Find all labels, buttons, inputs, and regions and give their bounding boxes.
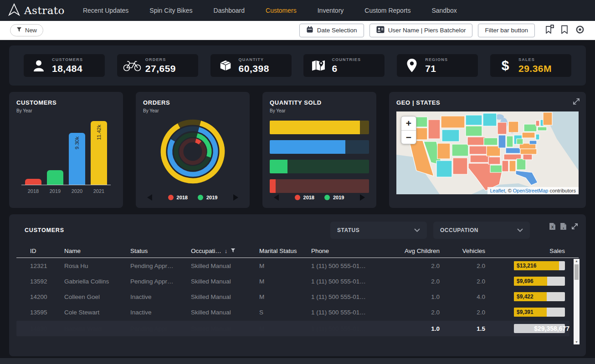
column-header-phone[interactable]: Phone — [311, 248, 392, 254]
column-header-id[interactable]: ID — [16, 248, 64, 254]
scroll-thumb[interactable] — [574, 264, 579, 280]
legend-next-button[interactable] — [233, 194, 238, 201]
bar-2019[interactable] — [47, 170, 63, 185]
quantity-bar-2019[interactable] — [270, 160, 369, 173]
column-header-status[interactable]: Status — [130, 248, 191, 254]
cell-name: Rosa Hu — [64, 263, 130, 269]
cell-id: 12321 — [16, 263, 64, 269]
kpi-customers[interactable]: CUSTOMERS 18,484 — [24, 54, 105, 77]
bookmark-add-icon[interactable] — [545, 25, 554, 36]
quantity-bar-2018[interactable] — [270, 179, 369, 193]
status-filter-dropdown[interactable]: STATUS — [330, 222, 427, 239]
bookmark-icon[interactable] — [561, 25, 568, 36]
kpi-regions[interactable]: REGIONS 71 — [397, 54, 478, 77]
table-row[interactable]: 13595Cole StewartInactiveSkilled ManualS… — [16, 304, 569, 320]
scroll-up-arrow[interactable]: ▲ — [575, 259, 578, 263]
leaflet-map[interactable]: + − Leaflet, © OpenStreetMap contributor… — [396, 111, 579, 194]
quantity-bar-fill-2018 — [270, 179, 276, 193]
nav-item-recent-updates[interactable]: Recent Updates — [83, 7, 128, 14]
expand-icon[interactable] — [571, 222, 579, 232]
bar-2020[interactable]: 9.30k — [69, 133, 85, 185]
bottom-strip — [0, 358, 595, 364]
expand-icon[interactable] — [572, 97, 580, 107]
cell-id: 13595 — [16, 309, 64, 316]
chart-subtitle: By Year — [143, 108, 242, 113]
status-filter-label: STATUS — [337, 227, 359, 233]
eye-icon[interactable] — [575, 25, 585, 36]
x-axis-label: 2019 — [47, 188, 63, 194]
legend-next-button[interactable] — [360, 194, 365, 201]
column-header-vehicles[interactable]: Vehicles — [444, 248, 490, 254]
x-axis-label: 2020 — [69, 188, 85, 194]
new-filter-button[interactable]: New — [10, 24, 43, 36]
package-icon — [212, 59, 239, 72]
geo-map-panel: GEO | STATES — [389, 92, 586, 208]
attribution-text: , © — [505, 188, 513, 193]
legend-label: 2019 — [333, 195, 344, 200]
quantity-bar-2021[interactable] — [270, 121, 369, 134]
orders-donut-chart[interactable] — [158, 117, 227, 186]
legend-item-2019[interactable]: 2019 — [198, 195, 217, 200]
kpi-quantity[interactable]: QUANTITY 60,398 — [210, 54, 292, 77]
column-header-avg-children[interactable]: Avg Children — [392, 248, 444, 254]
brand-logo[interactable]: Astrato — [8, 3, 65, 18]
cell-status: Inactive — [130, 309, 191, 316]
occupation-filter-dropdown[interactable]: OCCUPATION — [433, 222, 530, 239]
kpi-sales[interactable]: $ SALES 29.36M — [490, 54, 571, 77]
column-header-occupati[interactable]: Occupati…↓ — [191, 248, 259, 254]
column-header-sales[interactable]: Sales — [490, 248, 569, 254]
sales-data-bar: $9,391 — [514, 308, 565, 317]
kpi-value: 6 — [332, 63, 361, 74]
excel-export-icon[interactable]: X — [549, 222, 556, 232]
table-scrollbar[interactable]: ▲ ▼ — [574, 259, 580, 344]
us-states-choropleth — [396, 111, 579, 194]
date-selection-button[interactable]: Date Selection — [299, 24, 364, 37]
table-row[interactable]: 12321Rosa HuPending Appr…Skilled ManualM… — [16, 258, 569, 273]
cell-phone: 1 (11) 500 555-01… — [311, 309, 392, 316]
quantity-bar-2020[interactable] — [270, 140, 369, 154]
nav-item-dashboard[interactable]: Dashboard — [214, 7, 245, 14]
filter-bar-button[interactable]: Filter bar button — [478, 24, 535, 37]
ring-2019[interactable] — [172, 131, 213, 172]
user-button[interactable]: User Name | Piers Batchelor — [369, 24, 473, 37]
column-header-marital-status[interactable]: Marital Status — [259, 248, 311, 254]
occupation-filter-label: OCCUPATION — [440, 227, 478, 233]
sales-bar-fill: $9,422 — [514, 292, 547, 301]
legend-prev-button[interactable] — [274, 194, 279, 201]
column-header-name[interactable]: Name — [64, 248, 130, 254]
new-filter-label: New — [25, 27, 37, 34]
sales-value: $13,216 — [517, 263, 536, 269]
scroll-down-arrow[interactable]: ▼ — [575, 340, 578, 344]
kpi-countries[interactable]: COUNTRIES 6 — [303, 54, 385, 77]
leaflet-link[interactable]: Leaflet — [490, 188, 505, 193]
csv-export-icon[interactable]: , — [560, 222, 567, 232]
legend-item-2018[interactable]: 2018 — [295, 195, 314, 200]
cell-occupation: Skilled Manual — [191, 263, 259, 269]
customers-table-panel: CUSTOMERS STATUS OCCUPATION X , — [9, 214, 586, 356]
osm-link[interactable]: OpenStreetMap — [513, 188, 549, 193]
chart-subtitle: By Year — [16, 108, 116, 113]
filter-bar-label: Filter bar button — [485, 27, 528, 34]
kpi-label: COUNTRIES — [332, 57, 361, 62]
zoom-out-button[interactable]: − — [401, 130, 416, 144]
column-filter-icon[interactable] — [231, 248, 236, 254]
filter-toolbar: New Date Selection User Name | Piers Bat… — [0, 21, 595, 40]
table-row[interactable]: 13592Gabriella CollinsPending Appr…Skill… — [16, 273, 569, 289]
bar-2021[interactable]: 11.42k — [91, 121, 107, 185]
zoom-in-button[interactable]: + — [401, 116, 416, 130]
nav-item-inventory[interactable]: Inventory — [318, 7, 344, 14]
nav-item-spin-city-bikes[interactable]: Spin City Bikes — [149, 7, 192, 14]
legend-item-2018[interactable]: 2018 — [168, 195, 188, 200]
sort-descending-icon[interactable]: ↓ — [225, 248, 228, 254]
bar-2018[interactable] — [25, 179, 41, 185]
table-header-row: IDNameStatusOccupati…↓Marital StatusPhon… — [16, 244, 579, 258]
map-icon — [305, 60, 332, 71]
nav-item-sandbox[interactable]: Sandbox — [431, 7, 457, 14]
sales-data-bar: $9,696 — [514, 277, 565, 286]
legend-item-2019[interactable]: 2019 — [324, 195, 344, 200]
table-row[interactable]: 14200Colleen GoelInactiveSkilled ManualM… — [16, 289, 569, 304]
kpi-orders[interactable]: ORDERS 27,659 — [117, 54, 198, 77]
legend-prev-button[interactable] — [147, 194, 152, 201]
nav-item-customers[interactable]: Customers — [266, 7, 297, 14]
nav-item-custom-reports[interactable]: Custom Reports — [364, 7, 410, 14]
